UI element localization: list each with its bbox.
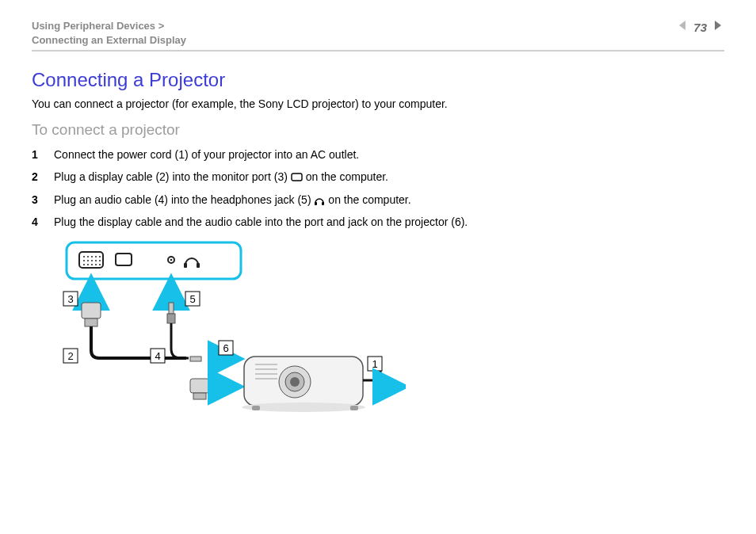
label-6: 6: [223, 342, 228, 354]
content: Connecting a Projector You can connect a…: [32, 51, 724, 444]
audio-plug: [167, 303, 189, 358]
svg-marker-1: [715, 21, 721, 30]
headphone-icon: [185, 258, 198, 265]
svg-rect-43: [252, 406, 260, 410]
step-4: 4Plug the display cable and the audio ca…: [32, 214, 724, 230]
svg-point-5: [83, 256, 85, 257]
svg-point-9: [99, 256, 101, 257]
page-number: 73: [693, 21, 707, 34]
next-page-icon[interactable]: [712, 19, 724, 35]
svg-rect-21: [184, 263, 187, 268]
label-2: 2: [67, 350, 73, 362]
headphone-icon: [314, 193, 325, 206]
svg-rect-32: [193, 393, 206, 399]
svg-point-18: [95, 264, 97, 265]
intro-text: You can connect a projector (for example…: [32, 97, 724, 110]
svg-rect-3: [315, 202, 317, 205]
svg-point-35: [242, 402, 365, 412]
subheading: To connect a projector: [32, 121, 724, 139]
label-1: 1: [372, 358, 377, 370]
svg-rect-31: [190, 379, 209, 393]
svg-point-14: [99, 260, 101, 261]
step-2-text: Plug a display cable (2) into the monito…: [54, 169, 388, 185]
svg-marker-0: [679, 21, 685, 30]
svg-point-11: [87, 260, 89, 261]
pager: 73: [676, 19, 724, 35]
header: Using Peripheral Devices > Connecting an…: [32, 19, 724, 51]
svg-rect-28: [169, 303, 174, 314]
svg-point-7: [91, 256, 93, 257]
vga-port-icon: [79, 252, 103, 268]
label-5: 5: [189, 293, 195, 305]
connection-diagram: 3 5 2 4: [57, 238, 406, 444]
svg-rect-4: [322, 202, 324, 205]
svg-point-6: [87, 256, 89, 257]
label-3: 3: [67, 293, 73, 305]
step-list: 1Connect the power cord (1) of your proj…: [32, 147, 724, 230]
svg-point-38: [290, 377, 300, 387]
svg-point-12: [91, 260, 93, 261]
step-3-text: Plug an audio cable (4) into the headpho…: [54, 192, 411, 208]
svg-rect-29: [167, 314, 175, 323]
prev-page-icon[interactable]: [676, 19, 689, 35]
svg-point-8: [95, 256, 97, 257]
step-1-text: Connect the power cord (1) of your proje…: [54, 147, 359, 162]
svg-point-20: [170, 259, 173, 261]
svg-point-15: [83, 264, 85, 265]
svg-point-19: [99, 264, 101, 265]
step-1: 1Connect the power cord (1) of your proj…: [32, 147, 724, 162]
step-4-text: Plug the display cable and the audio cab…: [54, 214, 468, 230]
svg-rect-22: [197, 263, 200, 268]
vga-connector-projector: [190, 379, 209, 399]
svg-point-17: [91, 264, 93, 265]
audio-plug-projector: [190, 357, 201, 361]
step-3: 3Plug an audio cable (4) into the headph…: [32, 192, 724, 208]
svg-point-10: [83, 260, 85, 261]
svg-point-13: [95, 260, 97, 261]
breadcrumb-line1: Using Peripheral Devices >: [32, 19, 186, 33]
svg-rect-25: [82, 303, 101, 318]
page-title: Connecting a Projector: [32, 69, 724, 91]
step-2: 2Plug a display cable (2) into the monit…: [32, 169, 724, 185]
svg-rect-44: [350, 406, 358, 410]
monitor-port-icon: [291, 170, 303, 183]
label-4: 4: [155, 350, 160, 362]
projector-illustration: [242, 357, 380, 412]
monitor-port-icon: [116, 254, 132, 265]
svg-rect-2: [292, 174, 302, 181]
breadcrumb-line2: Connecting an External Display: [32, 33, 186, 48]
breadcrumb: Using Peripheral Devices > Connecting an…: [32, 19, 186, 47]
svg-rect-26: [85, 318, 97, 326]
svg-point-16: [87, 264, 89, 265]
